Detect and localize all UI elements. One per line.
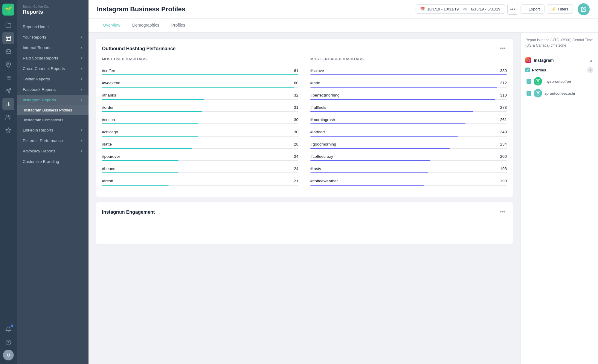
nav-icon-inbox[interactable] — [2, 45, 14, 57]
nav-icon-star[interactable] — [2, 124, 14, 136]
sidebar-item-paid-social[interactable]: Paid Social Reports ▾ — [17, 53, 89, 63]
filters-icon: ⚡ — [551, 7, 556, 11]
hashtag-bar-track — [102, 74, 298, 75]
hashtag-count: 261 — [500, 117, 507, 122]
nav-icon-pin[interactable] — [2, 59, 14, 71]
hashtag-card-title: Outbound Hashtag Performance — [102, 46, 176, 51]
hashtag-bar-track — [310, 136, 507, 137]
profile-item-mysproutcoffee[interactable]: ✓ mysproutcoffee — [525, 75, 593, 87]
filters-button[interactable]: ⚡ Filters — [547, 4, 573, 14]
card-header: Outbound Hashtag Performance ••• — [96, 39, 513, 57]
hashtag-row-top: #fresh 21 — [102, 179, 298, 183]
hashtag-count: 190 — [500, 179, 507, 183]
chevron-icon: ▾ — [81, 149, 83, 153]
hashtag-name: #sclove — [310, 68, 324, 73]
sidebar-subitem-instagram-competitors[interactable]: Instagram Competitors — [17, 115, 89, 125]
sidebar-item-internal-reports[interactable]: Internal Reports ▾ — [17, 42, 89, 53]
hashtag-bar-fill — [102, 111, 202, 112]
more-options-button[interactable]: ••• — [507, 4, 518, 15]
hashtag-count: 30 — [294, 130, 298, 134]
chevron-icon: ▾ — [81, 67, 83, 71]
add-profile-button[interactable]: + — [587, 67, 593, 73]
profile-name: mysproutcoffee — [544, 79, 571, 84]
export-button[interactable]: ↑ Export — [521, 4, 544, 14]
help-icon[interactable] — [2, 337, 14, 348]
hashtag-bar-track — [310, 74, 507, 75]
profiles-checkbox[interactable]: ✓ — [525, 68, 530, 72]
card-more-button[interactable]: ••• — [499, 44, 507, 53]
chevron-icon: ▾ — [81, 35, 83, 39]
logo-icon[interactable]: 🌱 — [2, 4, 14, 16]
svg-point-1 — [8, 63, 9, 65]
chevron-icon: ▾ — [81, 77, 83, 81]
hashtag-row: #thanks 32 — [102, 93, 298, 100]
sidebar-header: Sprout Coffee Co. Reports — [17, 0, 89, 19]
engagement-card-more-button[interactable]: ••• — [499, 208, 507, 216]
nav-icon-list[interactable] — [2, 72, 14, 84]
hashtag-bar-track — [310, 172, 507, 173]
vs-label: vs — [463, 7, 467, 11]
nav-icon-send[interactable] — [2, 85, 14, 97]
profiles-header: ✓ Profiles + — [525, 67, 593, 73]
hashtag-row-top: #morningrush 261 — [310, 117, 507, 122]
hashtag-col-engaged: Most Engaged Hashtags #sclove 330 #latte… — [310, 57, 507, 191]
hashtag-row: #coffeecrazy 200 — [310, 154, 507, 161]
notifications-icon[interactable] — [2, 323, 14, 335]
page-title: Instagram Business Profiles — [97, 5, 185, 13]
date-range-button[interactable]: 📅 10/1/19 - 10/31/19 vs 6/15/19 - 6/31/1… — [416, 4, 505, 14]
date-range-text: 10/1/19 - 10/31/19 — [427, 7, 459, 11]
sidebar-title: Reports — [23, 9, 83, 15]
chevron-icon: ▾ — [81, 88, 83, 91]
hashtag-count: 31 — [294, 105, 298, 110]
sidebar-item-reports-home[interactable]: Reports Home — [17, 22, 89, 32]
tab-profiles[interactable]: Profiles — [165, 19, 191, 32]
hashtag-row: #coffeeweather 190 — [310, 179, 507, 186]
hashtag-content: Most Used Hashtags #coffee 61 #weekend 6… — [96, 57, 513, 197]
nav-icon-people[interactable] — [2, 111, 14, 123]
sidebar-item-facebook[interactable]: Facebook Reports ▾ — [17, 84, 89, 95]
profile-checkbox[interactable]: ✓ — [527, 91, 531, 96]
svg-point-22 — [539, 80, 539, 80]
nav-icon-folder[interactable] — [2, 19, 14, 31]
hashtag-name: #fresh — [102, 179, 113, 183]
hashtag-row: #morningrush 261 — [310, 117, 507, 124]
hashtag-bar-fill — [102, 185, 169, 186]
nav-icon-reports[interactable] — [2, 32, 14, 44]
compose-button[interactable] — [578, 3, 590, 15]
profile-item-sproutcoffeecochi[interactable]: ✓ sproutcoffeecochi — [525, 87, 593, 99]
sidebar-item-pinterest[interactable]: Pinterest Performance ▾ — [17, 135, 89, 146]
sidebar-item-cross-channel[interactable]: Cross-Channel Reports ▾ — [17, 63, 89, 74]
hashtag-count: 273 — [500, 105, 507, 110]
sidebar-item-linkedin[interactable]: LinkedIn Reports ▾ — [17, 125, 89, 135]
sidebar-item-instagram[interactable]: Instagram Reports ▴ — [17, 95, 89, 105]
svg-rect-17 — [527, 59, 530, 62]
profile-checkbox[interactable]: ✓ — [527, 79, 531, 84]
hashtag-row: #fallfeels 273 — [310, 105, 507, 112]
hashtag-count: 310 — [500, 93, 507, 97]
tab-overview[interactable]: Overview — [97, 19, 126, 32]
sidebar-subitem-instagram-business[interactable]: Instagram Business Profiles — [17, 105, 89, 115]
sidebar-item-customize[interactable]: Customize Branding — [17, 156, 89, 167]
collapse-instagram-button[interactable]: ▲ — [589, 58, 593, 63]
hashtag-row: #latte 28 — [102, 142, 298, 149]
hashtag-count: 30 — [294, 117, 298, 122]
main-panel: Outbound Hashtag Performance ••• Most Us… — [89, 33, 520, 364]
user-avatar[interactable]: U — [3, 350, 14, 360]
hashtag-name: #chicago — [102, 130, 118, 134]
svg-point-13 — [7, 115, 9, 117]
hashtag-row-top: #chicago 30 — [102, 130, 298, 134]
tab-demographics[interactable]: Demographics — [126, 19, 165, 32]
hashtag-row-top: #cocoa 30 — [102, 117, 298, 122]
hashtag-col-engaged-header: Most Engaged Hashtags — [310, 57, 507, 64]
sidebar-company: Sprout Coffee Co. — [23, 5, 83, 8]
hashtag-bar-fill — [310, 136, 458, 137]
sidebar-item-twitter[interactable]: Twitter Reports ▾ — [17, 74, 89, 84]
svg-point-25 — [539, 92, 539, 92]
hashtag-name: #weekend — [102, 81, 120, 85]
hashtag-bar-track — [102, 99, 298, 100]
nav-icon-analytics[interactable] — [2, 98, 14, 110]
chevron-icon: ▾ — [81, 139, 83, 143]
chevron-icon: ▾ — [81, 128, 83, 132]
sidebar-item-your-reports[interactable]: Your Reports ▾ — [17, 32, 89, 42]
sidebar-item-advocacy[interactable]: Advocacy Reports ▾ — [17, 146, 89, 156]
